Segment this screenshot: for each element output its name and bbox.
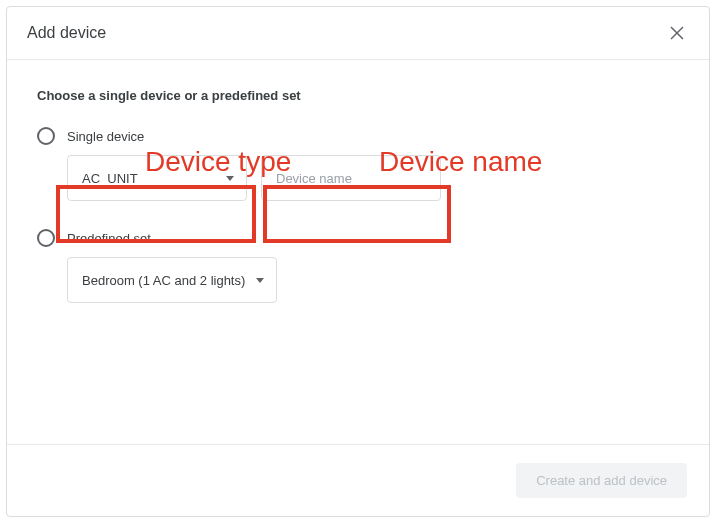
close-button[interactable] bbox=[665, 21, 689, 45]
predefined-set-radio[interactable] bbox=[37, 229, 55, 247]
prompt-text: Choose a single device or a predefined s… bbox=[37, 88, 679, 103]
chevron-down-icon bbox=[256, 278, 264, 283]
device-type-select[interactable]: AC_UNIT bbox=[67, 155, 247, 201]
modal-body: Choose a single device or a predefined s… bbox=[7, 60, 709, 444]
modal-title: Add device bbox=[27, 24, 106, 42]
device-name-input[interactable] bbox=[261, 155, 441, 201]
create-and-add-button[interactable]: Create and add device bbox=[516, 463, 687, 498]
close-icon bbox=[670, 26, 684, 40]
modal-header: Add device bbox=[7, 7, 709, 60]
single-device-option: Single device bbox=[37, 127, 679, 145]
modal-footer: Create and add device bbox=[7, 444, 709, 516]
single-device-controls: AC_UNIT bbox=[67, 155, 679, 201]
predefined-set-select[interactable]: Bedroom (1 AC and 2 lights) bbox=[67, 257, 277, 303]
predefined-set-label: Predefined set bbox=[67, 231, 151, 246]
single-device-label: Single device bbox=[67, 129, 144, 144]
single-device-radio[interactable] bbox=[37, 127, 55, 145]
add-device-modal: Add device Choose a single device or a p… bbox=[6, 6, 710, 517]
chevron-down-icon bbox=[226, 176, 234, 181]
device-type-value: AC_UNIT bbox=[82, 171, 138, 186]
predefined-set-value: Bedroom (1 AC and 2 lights) bbox=[82, 273, 245, 288]
predefined-set-option: Predefined set bbox=[37, 229, 679, 247]
predefined-set-controls: Bedroom (1 AC and 2 lights) bbox=[67, 257, 679, 303]
